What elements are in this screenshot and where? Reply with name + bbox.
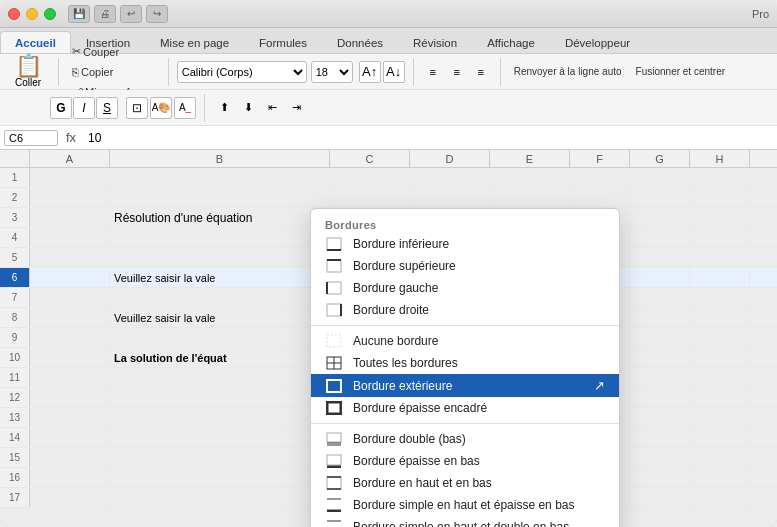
- print-icon[interactable]: 🖨: [94, 5, 116, 23]
- cell[interactable]: [690, 368, 750, 387]
- cell[interactable]: [30, 228, 110, 247]
- cell[interactable]: [630, 448, 690, 467]
- cell[interactable]: [110, 288, 330, 307]
- cell[interactable]: [630, 268, 690, 287]
- cell[interactable]: [630, 288, 690, 307]
- list-item[interactable]: Bordure inférieure: [311, 233, 619, 255]
- font-shrink-button[interactable]: A↓: [383, 61, 405, 83]
- cell[interactable]: [30, 208, 110, 227]
- fill-color-button[interactable]: A🎨: [150, 97, 172, 119]
- paste-button[interactable]: 📋 Coller: [6, 52, 50, 91]
- copy-button[interactable]: ⎘ Copier: [67, 63, 160, 81]
- cell[interactable]: [630, 328, 690, 347]
- merge-center-button[interactable]: Fusionner et centrer: [631, 63, 731, 80]
- align-left-button[interactable]: ≡: [422, 61, 444, 83]
- list-item[interactable]: Aucune bordure: [311, 330, 619, 352]
- indent-left-button[interactable]: ⇤: [261, 97, 283, 119]
- cell[interactable]: [30, 428, 110, 447]
- save-icon[interactable]: 💾: [68, 5, 90, 23]
- tab-revision[interactable]: Révision: [398, 31, 472, 53]
- cell[interactable]: [30, 248, 110, 267]
- cell[interactable]: Veuillez saisir la vale: [110, 268, 330, 287]
- cell[interactable]: [30, 368, 110, 387]
- font-size-select[interactable]: 18: [311, 61, 353, 83]
- cell[interactable]: [30, 488, 110, 507]
- cell[interactable]: [690, 228, 750, 247]
- cell[interactable]: [690, 428, 750, 447]
- cell[interactable]: [690, 348, 750, 367]
- list-item[interactable]: Bordure en haut et en bas: [311, 472, 619, 494]
- cell[interactable]: [330, 168, 410, 187]
- cell[interactable]: [690, 168, 750, 187]
- cell[interactable]: [490, 188, 570, 207]
- cell[interactable]: [630, 428, 690, 447]
- cell[interactable]: [30, 468, 110, 487]
- list-item[interactable]: Bordure épaisse en bas: [311, 450, 619, 472]
- cell[interactable]: [110, 228, 330, 247]
- cell[interactable]: [690, 208, 750, 227]
- list-item[interactable]: Toutes les bordures: [311, 352, 619, 374]
- cell[interactable]: [410, 168, 490, 187]
- font-color-button[interactable]: A_: [174, 97, 196, 119]
- tab-donnees[interactable]: Données: [322, 31, 398, 53]
- cell-reference-input[interactable]: [4, 130, 58, 146]
- undo-icon[interactable]: ↩: [120, 5, 142, 23]
- cell[interactable]: [110, 328, 330, 347]
- cell[interactable]: [30, 388, 110, 407]
- cell[interactable]: [630, 168, 690, 187]
- list-item[interactable]: Bordure double (bas): [311, 428, 619, 450]
- list-item[interactable]: Bordure simple en haut et double en bas: [311, 516, 619, 527]
- cell[interactable]: [690, 488, 750, 507]
- maximize-button[interactable]: [44, 8, 56, 20]
- cell[interactable]: [690, 468, 750, 487]
- cell[interactable]: [690, 308, 750, 327]
- indent-right-button[interactable]: ⇥: [285, 97, 307, 119]
- cell[interactable]: [630, 348, 690, 367]
- cell[interactable]: [30, 408, 110, 427]
- italic-button[interactable]: I: [73, 97, 95, 119]
- cell[interactable]: [690, 268, 750, 287]
- cell[interactable]: [30, 448, 110, 467]
- valign-top-button[interactable]: ⬆: [213, 97, 235, 119]
- align-center-button[interactable]: ≡: [446, 61, 468, 83]
- cut-button[interactable]: ✂ Couper: [67, 42, 160, 61]
- cell[interactable]: [30, 188, 110, 207]
- minimize-button[interactable]: [26, 8, 38, 20]
- cell[interactable]: [110, 408, 330, 427]
- list-item[interactable]: Bordure extérieure ↗: [311, 374, 619, 397]
- cell[interactable]: [30, 168, 110, 187]
- cell[interactable]: [30, 288, 110, 307]
- formula-input[interactable]: [84, 131, 773, 145]
- tab-accueil[interactable]: Accueil: [0, 31, 71, 53]
- align-right-button[interactable]: ≡: [470, 61, 492, 83]
- cell[interactable]: [630, 228, 690, 247]
- cell[interactable]: [630, 468, 690, 487]
- list-item[interactable]: Bordure épaisse encadré: [311, 397, 619, 419]
- cell[interactable]: [110, 488, 330, 507]
- cell[interactable]: [570, 188, 630, 207]
- cell[interactable]: [110, 248, 330, 267]
- tab-developpeur[interactable]: Développeur: [550, 31, 645, 53]
- cell[interactable]: [110, 368, 330, 387]
- cell[interactable]: [110, 168, 330, 187]
- list-item[interactable]: Bordure simple en haut et épaisse en bas: [311, 494, 619, 516]
- cell[interactable]: [630, 488, 690, 507]
- cell[interactable]: [690, 188, 750, 207]
- cell[interactable]: [690, 288, 750, 307]
- cell[interactable]: Résolution d'une équation: [110, 208, 330, 227]
- wrap-text-button[interactable]: Renvoyer à la ligne auto: [509, 63, 627, 80]
- cell[interactable]: [690, 448, 750, 467]
- cell[interactable]: [110, 468, 330, 487]
- list-item[interactable]: Bordure supérieure: [311, 255, 619, 277]
- cell[interactable]: [630, 368, 690, 387]
- list-item[interactable]: Bordure droite: [311, 299, 619, 321]
- cell[interactable]: [690, 388, 750, 407]
- font-grow-button[interactable]: A↑: [359, 61, 381, 83]
- cell[interactable]: [30, 348, 110, 367]
- cell[interactable]: [110, 428, 330, 447]
- cell[interactable]: [30, 328, 110, 347]
- cell[interactable]: [30, 268, 110, 287]
- cell[interactable]: [110, 448, 330, 467]
- underline-button[interactable]: S: [96, 97, 118, 119]
- cell[interactable]: [630, 248, 690, 267]
